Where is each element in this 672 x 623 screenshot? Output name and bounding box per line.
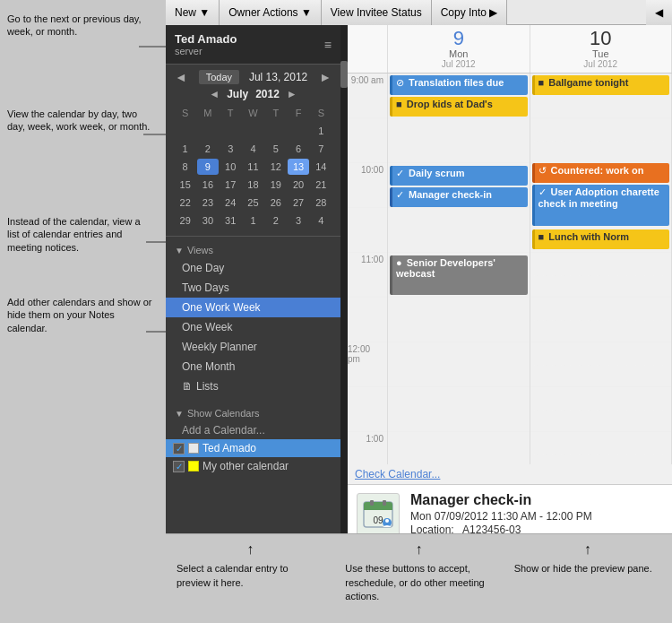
day-columns: ⊘ Translation files due ■ Drop kids at D…	[388, 74, 672, 464]
calendar-body: 9:00 am 10:00 11:00 12:00 pm 1:00	[348, 74, 672, 464]
show-calendars-header[interactable]: ▼ Show Calendars	[166, 405, 340, 421]
time-gutter-header	[348, 25, 388, 73]
view-one-month[interactable]: One Month	[166, 357, 340, 376]
preview-icon: 09	[357, 493, 400, 536]
bottom-ann-1-arrow: ↑	[177, 540, 323, 559]
month-next[interactable]: ►	[287, 88, 297, 100]
view-lists[interactable]: 🗎 Lists	[166, 376, 340, 396]
svg-rect-10	[364, 507, 392, 510]
time-1pm: 1:00	[348, 432, 387, 464]
bottom-ann-3-arrow: ↑	[514, 540, 661, 559]
date-label: Jul 13, 2012	[249, 71, 307, 83]
toolbar: New ▼ Owner Actions ▼ View Invitee Statu…	[166, 0, 672, 25]
view-two-days[interactable]: Two Days	[166, 278, 340, 298]
view-one-work-week[interactable]: One Work Week	[166, 298, 340, 317]
annotation-4: Add other calendars and show or hide the…	[7, 296, 155, 334]
event-manager-checkin[interactable]: ✓ Manager check-in	[390, 187, 528, 207]
time-12pm: 12:00 pm	[348, 342, 387, 387]
time-10am: 10:00	[348, 163, 387, 208]
today-button[interactable]: Today	[199, 70, 239, 84]
event-user-adoption-icon: ✓	[538, 186, 547, 198]
calendar-other-checkbox[interactable]: ✓	[173, 461, 185, 472]
copy-button[interactable]: Copy Into ▶	[432, 0, 508, 25]
event-user-adoption[interactable]: ✓ User Adoption charette check in meetin…	[532, 185, 670, 226]
main-container: New ▼ Owner Actions ▼ View Invitee Statu…	[166, 0, 672, 623]
event-ballgame[interactable]: ■ Ballgame tonight	[532, 75, 670, 95]
day-name-tue: Tue	[530, 48, 672, 59]
annotations-panel: Go to the next or previous day, week, or…	[0, 0, 166, 623]
preview-info: Manager check-in Mon 07/09/2012 11:30 AM…	[410, 492, 663, 536]
calendar-ted-amado[interactable]: ✓ Ted Amado	[166, 439, 340, 457]
event-lunch-title: Lunch with Norm	[548, 231, 629, 242]
bottom-ann-3: ↑ Show or hide the preview pane.	[504, 540, 672, 576]
calendar-icon: 09	[362, 498, 394, 531]
event-drop-kids-title: Drop kids at Dad's	[407, 99, 493, 109]
day-header-mon[interactable]: 9 Mon Jul 2012	[388, 25, 530, 73]
svg-point-15	[385, 519, 389, 523]
calendar-other[interactable]: ✓ My other calendar	[166, 457, 340, 475]
preview-date: Mon 07/09/2012 11:30 AM - 12:00 PM	[410, 510, 663, 523]
user-info: Ted Amado server	[175, 32, 237, 56]
time-1230	[348, 387, 387, 432]
month-prev[interactable]: ◄	[209, 88, 220, 100]
time-column: 9:00 am 10:00 11:00 12:00 pm 1:00	[348, 74, 388, 464]
collapse-preview-button[interactable]: ◀	[646, 0, 672, 25]
user-server: server	[175, 46, 237, 56]
time-1030	[348, 208, 387, 253]
calendar-ted-checkbox[interactable]: ✓	[173, 443, 185, 454]
time-11am: 11:00	[348, 253, 387, 298]
invitee-button[interactable]: View Invitee Status	[322, 0, 432, 25]
day-header-tue[interactable]: 10 Tue Jul 2012	[530, 25, 673, 73]
new-button[interactable]: New ▼	[166, 0, 220, 25]
event-countered-icon: ↺	[538, 165, 547, 177]
calendar-other-color	[188, 461, 199, 472]
event-drop-kids-icon: ■	[396, 99, 402, 109]
view-one-week[interactable]: One Week	[166, 317, 340, 337]
event-daily-scrum[interactable]: ✓ Daily scrum	[390, 166, 528, 186]
sidebar-menu-icon[interactable]: ≡	[324, 38, 332, 52]
time-930	[348, 118, 387, 163]
event-user-adoption-title: User Adoption charette check in meeting	[538, 186, 659, 209]
day-num-9: 9	[388, 29, 530, 48]
actions-button[interactable]: Owner Actions ▼	[220, 0, 322, 25]
day-num-10: 10	[530, 29, 672, 48]
mini-cal-grid: SMTWTFS 1 1234567 891011121314 151617181	[173, 103, 333, 230]
bottom-ann-2-arrow: ↑	[345, 540, 492, 559]
svg-rect-12	[383, 500, 386, 506]
view-weekly-planner[interactable]: Weekly Planner	[166, 337, 340, 357]
user-header: Ted Amado server ≡	[166, 25, 340, 65]
annotation-2: View the calendar by day, two day, week,…	[7, 108, 151, 134]
event-lunch[interactable]: ■ Lunch with Norm	[532, 229, 670, 249]
event-countered[interactable]: ↺ Countered: work on	[532, 163, 670, 183]
event-manager-checkin-icon: ✓	[396, 189, 404, 201]
mini-calendar: ◄ Today Jul 13, 2012 ► ◄ July 2012 ► SMT…	[166, 65, 340, 237]
event-senior-dev-title: Senior Developers'webcast	[396, 257, 495, 279]
views-header[interactable]: ▼ Views	[166, 242, 340, 258]
event-countered-title: Countered: work on	[551, 165, 644, 176]
tuesday-column: ■ Ballgame tonight ↺ Countered: work on …	[530, 74, 673, 464]
bottom-ann-2: ↑ Use these buttons to accept, reschedul…	[334, 540, 503, 604]
calendar-other-name: My other calendar	[202, 460, 289, 472]
check-calendar-link[interactable]: Check Calendar...	[348, 464, 672, 484]
event-senior-dev[interactable]: ● Senior Developers'webcast	[390, 255, 528, 295]
preview-title: Manager check-in	[410, 492, 663, 508]
month-label: July	[227, 88, 248, 100]
monday-column: ⊘ Translation files due ■ Drop kids at D…	[388, 74, 530, 464]
views-section: ▼ Views One Day Two Days One Work Week	[166, 237, 340, 402]
annotation-1: Go to the next or previous day, week, or…	[7, 13, 151, 39]
event-ballgame-icon: ■	[538, 77, 545, 88]
event-translation[interactable]: ⊘ Translation files due	[390, 75, 528, 95]
add-calendar-item[interactable]: Add a Calendar...	[166, 421, 340, 439]
prev-arrow[interactable]: ◄	[173, 70, 189, 84]
day-sub-tue: Jul 2012	[530, 59, 672, 69]
bottom-annotations: ↑ Select a calendar entry to preview it …	[166, 533, 672, 623]
next-arrow[interactable]: ►	[317, 70, 333, 84]
view-one-day[interactable]: One Day	[166, 258, 340, 278]
annotation-3: Instead of the calendar, view a list of …	[7, 215, 155, 254]
event-daily-scrum-icon: ✓	[396, 168, 404, 179]
event-daily-scrum-title: Daily scrum	[409, 168, 464, 178]
calendar-ted-name: Ted Amado	[202, 442, 256, 454]
day-headers: 9 Mon Jul 2012 10 Tue Jul 2012	[348, 25, 672, 74]
event-drop-kids[interactable]: ■ Drop kids at Dad's	[390, 97, 528, 117]
time-9am: 9:00 am	[348, 74, 387, 118]
